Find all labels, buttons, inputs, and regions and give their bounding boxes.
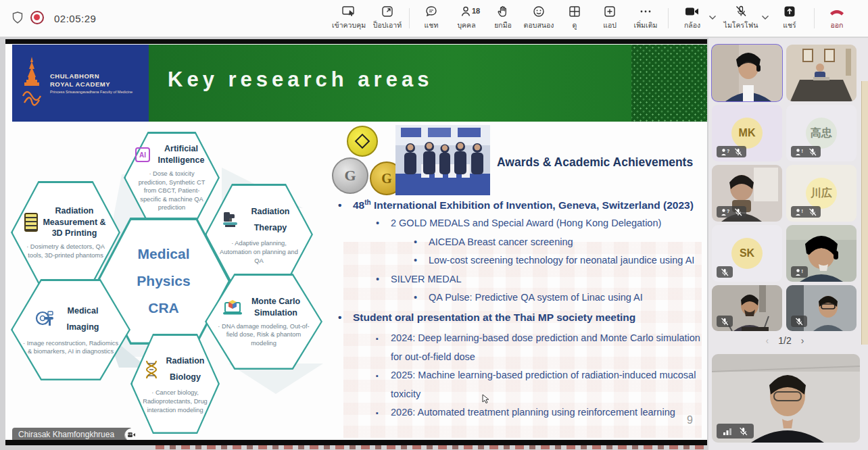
award-item: AICEDA Breast cancer screening [414,232,573,251]
simulation-laptop-icon [222,299,243,316]
participants-pagination: ‹1/2› [708,335,861,346]
people-label: บุคคล [446,20,487,31]
participant-tile-video-active[interactable] [712,45,782,101]
status-pill [717,424,754,439]
award-item: 48th International Exhibition of Inventi… [338,193,714,215]
status-pill: ? [717,146,746,157]
pagination-label: 1/2 [778,335,791,346]
participant-tile-video[interactable]: ? [712,165,782,222]
react-button[interactable]: ตอบสนอง [519,5,559,31]
participant-tile-video[interactable] [712,285,782,331]
participant-tile-avatar[interactable]: 高忠 ! [786,105,857,161]
award-item: 2025: Machine learning-based prediction … [376,366,704,403]
center-line2: Physics [137,268,190,295]
take-control-button[interactable]: เข้าควบคุม [329,5,369,31]
hexagon-title: Monte Carlo Simulation [247,296,305,319]
mic-off-icon [809,208,817,216]
mic-off-icon [739,427,748,436]
background-window-text-strip [155,445,706,449]
award-text: AICEDA Breast cancer screening [429,236,573,247]
participant-tile-avatar[interactable]: SK [712,225,782,282]
shield-icon [11,11,24,27]
person-question-icon: ? [721,148,729,156]
svg-text:!: ! [801,149,802,153]
leave-label: ออก [817,20,857,31]
participant-tile-video[interactable] [786,285,857,331]
logo-line3: Princess Srisavangavadhana Faculty of Me… [50,90,132,94]
awards-heading: Awards & Academic Achievements [497,155,693,170]
apps-button[interactable]: แอป [589,5,630,31]
thai-pattern-decoration [631,45,707,122]
people-button[interactable]: 18 บุคคล [446,5,487,31]
ct-scanner-icon [35,311,55,328]
pinned-participant-tile[interactable] [712,354,860,443]
mic-off-icon [795,318,803,326]
silver-medal-icon: G [332,157,368,194]
popout-label: ป็อปเอาท์ [367,20,408,31]
status-pill: ? [717,206,746,218]
mic-off-icon [721,268,729,276]
leave-button[interactable]: ออก [817,5,857,31]
academy-logo-block: CHULABHORN ROYAL ACADEMY Princess Srisav… [12,45,149,122]
chulabhorn-logo-icon [18,55,46,111]
avatar: 高忠 [806,118,837,149]
camera-label: กล้อง [672,20,713,31]
logo-line1: CHULABHORN [50,72,132,80]
pagination-next-icon[interactable]: › [801,335,804,346]
share-button[interactable]: แชร์ [769,5,810,31]
share-window-bottom-edge [5,440,707,445]
logo-line2: ROYAL ACADEMY [50,80,132,89]
person-question-icon: ? [721,208,729,216]
medal-letter: G [381,171,392,186]
medal-letter: G [344,167,356,184]
hexagon-title: Radiation Biology [164,353,207,386]
participant-tile-avatar[interactable]: MK ? [712,105,782,161]
svg-text:!: ! [801,209,802,214]
mic-chevron-icon[interactable] [761,11,769,23]
raise-hand-button[interactable]: ยกมือ [483,5,523,31]
participant-tile-video[interactable]: ! [786,225,857,282]
award-item: Student oral presentation at the Thai MP… [338,308,714,327]
pagination-prev-icon[interactable]: ‹ [766,335,769,346]
camera-chevron-icon[interactable] [708,11,717,23]
status-pill: ! [791,266,808,278]
mic-off-icon [734,148,742,156]
mic-off-icon [734,208,742,216]
popout-button[interactable]: ป็อปเอาท์ [367,5,408,31]
chat-button[interactable]: แชท [411,5,452,31]
take-control-label: เข้าควบคุม [329,20,369,31]
award-text: 2026: Automated treatment planning using… [391,403,675,422]
award-item: QA Pulse: Predictive QA system of Linac … [414,288,643,307]
award-item: 2024: Deep learning-based dose predictio… [376,328,704,366]
mic-off-icon [809,148,817,156]
raise-hand-label: ยกมือ [483,20,523,31]
person-exclamation-icon: ! [795,208,804,216]
toolbar-separator [814,8,815,28]
mouse-cursor [482,394,489,407]
hexagon-title: Artificial Intelligence [154,143,208,166]
camera-button[interactable]: กล้อง [672,5,713,31]
status-pill: ! [791,206,821,218]
view-label: ดู [554,20,595,31]
participant-tile-avatar[interactable]: 川広 ! [786,165,857,222]
hexagon-desc: · Image reconstruction, Radiomics & biom… [22,339,120,356]
award-item: 2026: Automated treatment planning using… [376,403,714,422]
share-window-top-edge [5,39,707,44]
meeting-timer: 02:05:29 [54,13,96,24]
award-text: 2025: Machine learning-based prediction … [391,366,704,403]
person-exclamation-icon: ! [795,148,804,156]
award-text: Student oral presentation at the Thai MP… [353,311,635,323]
participant-tile-video[interactable] [786,45,857,101]
svg-text:?: ? [727,149,729,153]
dna-icon [143,359,160,380]
signal-bars-icon [723,427,732,435]
center-line3: CRA [137,295,190,322]
mic-button[interactable]: ไมโครโฟน [721,5,761,31]
hexagon-title: Radiation Therapy [244,204,297,236]
siif-gold-medal-icon [347,126,378,157]
more-button[interactable]: เพิ่มเติม [625,5,666,31]
background-window-sliver [861,81,868,345]
view-button[interactable]: ดู [554,5,595,31]
person-exclamation-icon: ! [795,268,804,276]
ai-chip-icon: AI [135,147,150,162]
